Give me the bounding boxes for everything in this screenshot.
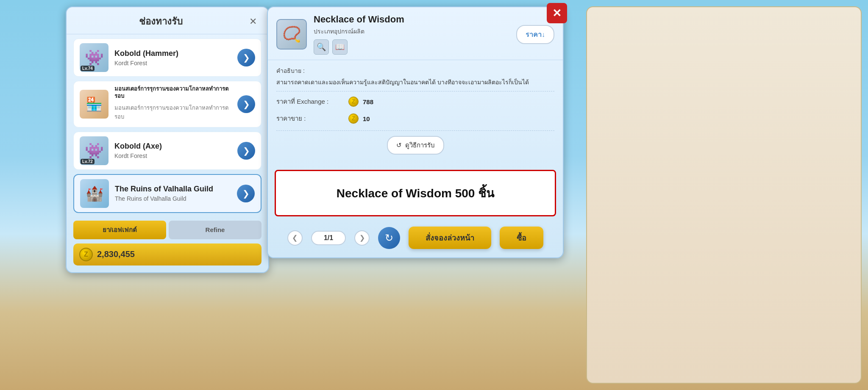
page-indicator: 1/1 bbox=[311, 231, 346, 245]
exchange-price-row: ราคาที่ Exchange : Z 788 bbox=[276, 97, 554, 110]
channel-sub-kobold-hammer: Kordt Forest bbox=[114, 60, 231, 66]
level-badge-kobold-axe: Lv.72 bbox=[81, 159, 95, 164]
price-divider bbox=[276, 130, 554, 131]
kobold-axe-sprite: 👾 bbox=[85, 142, 104, 160]
refresh-icon: ↻ bbox=[385, 232, 393, 244]
close-main-panel-button[interactable]: ✕ bbox=[547, 3, 567, 23]
channel-list: 👾 Lv.74 Kobold (Hammer) Kordt Forest ❯ 🏪… bbox=[67, 34, 268, 217]
channel-sub-kobold-axe: Kordt Forest bbox=[114, 152, 231, 159]
item-detail-panel: ✕ 📿 Necklace of Wisdom ประเภทอุปกรณ์ผลิต… bbox=[267, 6, 564, 258]
exchange-coin-icon: Z bbox=[348, 97, 359, 107]
right-decorative-panel bbox=[586, 6, 862, 384]
channel-arrow-kobold-axe[interactable]: ❯ bbox=[237, 142, 255, 160]
channel-item-monster-shop[interactable]: 🏪 มอนสเตอร์การรุกรานของความโกลาหลทำการตร… bbox=[73, 81, 262, 127]
tab-refine[interactable]: Refine bbox=[169, 221, 262, 239]
item-body: คำอธิบาย : สามารถคาดเดาและมองเห็นความรู้… bbox=[268, 60, 563, 165]
item-icons-row: 🔍 📖 bbox=[314, 39, 509, 55]
channel-avatar-valhalla: 🏰 bbox=[80, 179, 109, 208]
close-main-icon: ✕ bbox=[552, 7, 562, 20]
reserve-button[interactable]: สั่งจองล่วงหน้า bbox=[409, 227, 491, 249]
item-search-icon-btn[interactable]: 🔍 bbox=[314, 39, 329, 55]
refresh-button[interactable]: ↻ bbox=[378, 227, 400, 249]
arrow-right-icon-2: ❯ bbox=[243, 99, 250, 109]
exchange-price-label: ราคาที่ Exchange : bbox=[276, 97, 344, 107]
view-method-label: ดูวิธีการรับ bbox=[405, 140, 435, 150]
tab-drug-effect[interactable]: ยา/เอฟเฟกต์ bbox=[73, 221, 166, 239]
item-name: Necklace of Wisdom bbox=[314, 14, 509, 25]
gold-amount: 2,830,455 bbox=[97, 249, 135, 259]
channel-panel-header: ช่องทางรับ ✕ bbox=[67, 7, 268, 34]
channel-avatar-kobold-axe: 👾 Lv.72 bbox=[80, 136, 108, 165]
prev-page-button[interactable]: ❮ bbox=[287, 230, 303, 246]
valhalla-sprite: 🏰 bbox=[86, 185, 103, 202]
necklace-sprite: 📿 bbox=[282, 25, 301, 43]
view-method-icon: ↺ bbox=[396, 141, 402, 149]
channel-info-kobold-hammer: Kobold (Hammer) Kordt Forest bbox=[114, 49, 231, 66]
close-channel-panel-button[interactable]: ✕ bbox=[246, 15, 260, 28]
arrow-right-icon-nav: ❯ bbox=[359, 234, 365, 242]
item-type: ประเภทอุปกรณ์ผลิต bbox=[314, 27, 509, 36]
channel-panel-title: ช่องทางรับ bbox=[75, 14, 246, 29]
channel-avatar-monster-shop: 🏪 bbox=[80, 90, 108, 119]
channel-name-monster-shop: มอนสเตอร์การรุกรานของความโกลาหลทำการตรอบ bbox=[114, 86, 231, 100]
price-sort-button[interactable]: ราคา↓ bbox=[516, 25, 554, 44]
channel-arrow-monster-shop[interactable]: ❯ bbox=[237, 95, 255, 113]
arrow-right-icon-4: ❯ bbox=[242, 188, 250, 199]
channel-avatar-kobold-hammer: 👾 Lv.74 bbox=[80, 43, 108, 72]
kobold-hammer-sprite: 👾 bbox=[85, 49, 104, 66]
channel-info-monster-shop: มอนสเตอร์การรุกรานของความโกลาหลทำการตรอบ… bbox=[114, 86, 231, 123]
channel-name-kobold-hammer: Kobold (Hammer) bbox=[114, 49, 231, 58]
arrow-right-icon-3: ❯ bbox=[243, 146, 250, 156]
view-method-button[interactable]: ↺ ดูวิธีการรับ bbox=[387, 136, 444, 155]
channel-name-valhalla: The Ruins of Valhalla Guild bbox=[115, 185, 231, 194]
channel-panel: ช่องทางรับ ✕ 👾 Lv.74 Kobold (Hammer) Kor… bbox=[66, 6, 269, 273]
channel-info-kobold-axe: Kobold (Axe) Kordt Forest bbox=[114, 142, 231, 159]
sell-price-value: 10 bbox=[363, 115, 370, 122]
item-desc-label: คำอธิบาย : bbox=[276, 66, 554, 75]
channel-item-kobold-hammer[interactable]: 👾 Lv.74 Kobold (Hammer) Kordt Forest ❯ bbox=[73, 39, 262, 77]
channel-sub-valhalla: The Ruins of Valhalla Guild bbox=[115, 195, 231, 202]
result-box: Necklace of Wisdom 500 ชิ้น bbox=[275, 170, 556, 216]
level-badge-kobold-hammer: Lv.74 bbox=[81, 66, 95, 71]
item-book-icon-btn[interactable]: 📖 bbox=[332, 39, 348, 55]
right-panel-content bbox=[587, 7, 861, 24]
result-text: Necklace of Wisdom 500 ชิ้น bbox=[337, 187, 494, 200]
channel-info-valhalla: The Ruins of Valhalla Guild The Ruins of… bbox=[115, 185, 231, 202]
sell-coin-icon: Z bbox=[348, 113, 359, 124]
item-description: สามารถคาดเดาและมองเห็นความรู้และสติปัญญา… bbox=[276, 78, 554, 91]
arrow-right-icon: ❯ bbox=[243, 53, 250, 63]
monster-shop-sprite: 🏪 bbox=[86, 96, 103, 112]
channel-sub-monster-shop: มอนสเตอร์การรุกรานของความโกลาหลทำการตรอบ bbox=[114, 102, 231, 123]
channel-name-kobold-axe: Kobold (Axe) bbox=[114, 142, 231, 151]
item-icon-necklace: 📿 bbox=[276, 19, 307, 50]
item-header: 📿 Necklace of Wisdom ประเภทอุปกรณ์ผลิต 🔍… bbox=[268, 7, 563, 60]
bottom-navigation: ❮ 1/1 ❯ ↻ สั่งจองล่วงหน้า ซื้อ bbox=[268, 221, 563, 251]
item-title-area: Necklace of Wisdom ประเภทอุปกรณ์ผลิต 🔍 📖 bbox=[314, 14, 509, 55]
gold-coin-icon: Z bbox=[79, 248, 93, 261]
exchange-price-value: 788 bbox=[363, 98, 373, 105]
gold-display: Z 2,830,455 bbox=[73, 243, 262, 266]
channel-arrow-kobold-hammer[interactable]: ❯ bbox=[237, 49, 255, 66]
channel-item-kobold-axe[interactable]: 👾 Lv.72 Kobold (Axe) Kordt Forest ❯ bbox=[73, 132, 262, 170]
close-icon: ✕ bbox=[249, 16, 257, 27]
sell-price-label: ราคาขาย : bbox=[276, 113, 344, 124]
next-page-button[interactable]: ❯ bbox=[354, 230, 370, 246]
buy-button[interactable]: ซื้อ bbox=[500, 227, 543, 249]
channel-arrow-valhalla[interactable]: ❯ bbox=[237, 185, 255, 202]
sell-price-row: ราคาขาย : Z 10 bbox=[276, 113, 554, 127]
tab-buttons: ยา/เอฟเฟกต์ Refine bbox=[73, 221, 262, 239]
left-panel-bottom: ยา/เอฟเฟกต์ Refine Z 2,830,455 bbox=[67, 217, 268, 266]
arrow-left-icon: ❮ bbox=[292, 234, 298, 242]
channel-item-valhalla[interactable]: 🏰 The Ruins of Valhalla Guild The Ruins … bbox=[73, 174, 262, 213]
